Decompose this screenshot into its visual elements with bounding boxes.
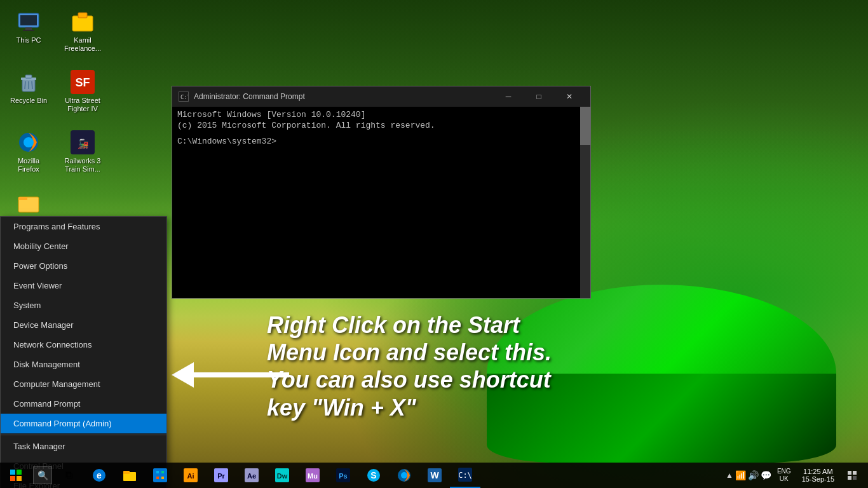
taskbar-firefox[interactable] xyxy=(389,463,419,488)
usf4-icon: SF xyxy=(70,69,95,95)
clock-time: 11:25 AM xyxy=(803,468,832,475)
cmd-scrollbar-thumb[interactable] xyxy=(580,107,590,145)
context-menu: Programs and Features Mobility Center Po… xyxy=(0,216,167,488)
menu-item-programs-features[interactable]: Programs and Features xyxy=(1,217,166,236)
desktop-icon-kamil[interactable]: Kamil Freelance... xyxy=(60,6,105,64)
cmd-close-button[interactable]: ✕ xyxy=(555,90,584,104)
taskbar-photoshop[interactable]: Ps xyxy=(328,463,358,488)
menu-item-command-prompt-admin[interactable]: Command Prompt (Admin) xyxy=(1,414,166,433)
menu-item-command-prompt[interactable]: Command Prompt xyxy=(1,394,166,414)
svg-rect-3 xyxy=(23,30,34,31)
taskbar-right: ▲ 📶 🔊 💬 ENGUK 11:25 AM 15-Sep-15 xyxy=(726,463,868,488)
menu-item-computer-management[interactable]: Computer Management xyxy=(1,374,166,394)
railworks-label: Railworks 3 Train Sim... xyxy=(63,157,102,173)
taskbar: 🔍 ⧉ e xyxy=(0,463,868,488)
svg-point-50 xyxy=(401,472,407,478)
svg-text:C:\: C:\ xyxy=(180,94,188,100)
menu-item-power-options[interactable]: Power Options xyxy=(1,256,166,276)
menu-item-mobility-center[interactable]: Mobility Center xyxy=(1,236,166,256)
cmd-titlebar: C:\ Administrator: Command Prompt ─ □ ✕ xyxy=(172,86,590,107)
taskbar-edge[interactable]: e xyxy=(84,463,114,488)
my-desktop-stuff-icon xyxy=(16,190,41,215)
recycle-bin-label: Recycle Bin xyxy=(10,97,47,105)
start-button[interactable] xyxy=(0,463,32,488)
taskbar-file-explorer[interactable] xyxy=(114,463,145,488)
tray-volume-icon[interactable]: 🔊 xyxy=(748,470,759,480)
tray-expand-button[interactable]: ▲ xyxy=(726,471,733,480)
svg-rect-33 xyxy=(156,477,159,479)
clock-date: 15-Sep-15 xyxy=(802,475,834,483)
svg-rect-2 xyxy=(25,27,32,30)
task-view-icon: ⧉ xyxy=(65,470,72,481)
svg-text:Mu: Mu xyxy=(308,472,318,480)
this-pc-label: This PC xyxy=(16,36,41,44)
cmd-line-1: Microsoft Windows [Version 10.0.10240] xyxy=(177,110,585,119)
cmd-line-4: C:\Windows\system32> xyxy=(177,137,585,146)
arrow-head-icon xyxy=(172,362,194,388)
desktop-icon-recycle-bin[interactable]: Recycle Bin xyxy=(6,67,51,124)
taskbar-search-icon: 🔍 xyxy=(37,470,48,480)
menu-item-system[interactable]: System xyxy=(1,295,166,315)
menu-item-network-connections[interactable]: Network Connections xyxy=(1,335,166,355)
taskbar-search[interactable]: 🔍 xyxy=(33,466,52,484)
svg-rect-22 xyxy=(10,470,15,475)
svg-rect-57 xyxy=(848,476,851,480)
taskbar-after-effects[interactable]: Ae xyxy=(236,463,267,488)
this-pc-icon xyxy=(16,9,41,34)
svg-rect-56 xyxy=(853,471,857,475)
tray-notification-icon[interactable]: 💬 xyxy=(761,470,771,480)
desktop: This PC Kamil Freelance... xyxy=(0,0,868,488)
firefox-label: Mozilla Firefox xyxy=(9,157,48,173)
svg-point-15 xyxy=(24,137,34,147)
cmd-minimize-button[interactable]: ─ xyxy=(494,90,523,104)
taskbar-cmd[interactable]: C:\ xyxy=(450,463,480,488)
svg-text:W: W xyxy=(430,470,439,480)
menu-item-disk-management[interactable]: Disk Management xyxy=(1,355,166,374)
menu-item-device-manager[interactable]: Device Manager xyxy=(1,315,166,335)
menu-separator-1 xyxy=(1,435,166,435)
taskbar-task-view[interactable]: ⧉ xyxy=(53,463,84,488)
arrow-indicator xyxy=(172,362,289,388)
taskbar-dreamweaver[interactable]: Dw xyxy=(267,463,297,488)
svg-rect-30 xyxy=(153,468,167,482)
svg-rect-19 xyxy=(18,197,27,200)
svg-text:Pr: Pr xyxy=(217,472,225,480)
desktop-icon-firefox[interactable]: Mozilla Firefox xyxy=(6,127,51,184)
svg-rect-1 xyxy=(20,15,37,25)
desktop-icon-railworks[interactable]: 🚂 Railworks 3 Train Sim... xyxy=(60,127,105,184)
svg-text:Ai: Ai xyxy=(187,472,194,480)
taskbar-muse[interactable]: Mu xyxy=(297,463,328,488)
recycle-bin-icon xyxy=(16,69,41,95)
svg-rect-32 xyxy=(161,471,164,473)
cmd-scrollbar[interactable] xyxy=(580,107,590,298)
taskbar-store[interactable] xyxy=(145,463,175,488)
svg-rect-25 xyxy=(17,476,22,481)
svg-rect-31 xyxy=(156,471,159,473)
action-center-button[interactable] xyxy=(843,463,862,488)
tray-network-icon[interactable]: 📶 xyxy=(735,470,746,480)
taskbar-illustrator[interactable]: Ai xyxy=(175,463,206,488)
svg-text:e: e xyxy=(97,470,102,480)
menu-item-event-viewer[interactable]: Event Viewer xyxy=(1,276,166,295)
desktop-icon-usf4[interactable]: SF Ultra Street Fighter IV xyxy=(60,67,105,124)
system-tray-icons: ▲ 📶 🔊 💬 xyxy=(726,470,771,480)
system-clock[interactable]: 11:25 AM 15-Sep-15 xyxy=(797,468,839,483)
svg-text:Ps: Ps xyxy=(339,472,347,480)
cmd-window: C:\ Administrator: Command Prompt ─ □ ✕ … xyxy=(172,86,591,299)
arrow-shaft xyxy=(194,372,289,377)
taskbar-word[interactable]: W xyxy=(419,463,450,488)
svg-rect-55 xyxy=(848,471,851,475)
svg-text:S: S xyxy=(370,470,376,480)
svg-text:🚂: 🚂 xyxy=(78,139,89,149)
desktop-icon-this-pc[interactable]: This PC xyxy=(6,6,51,64)
taskbar-skype[interactable]: S xyxy=(358,463,389,488)
svg-text:SF: SF xyxy=(75,76,90,89)
cmd-maximize-button[interactable]: □ xyxy=(524,90,553,104)
taskbar-premiere[interactable]: Pr xyxy=(206,463,236,488)
svg-rect-34 xyxy=(161,477,164,479)
language-indicator[interactable]: ENGUK xyxy=(775,468,794,483)
svg-rect-4 xyxy=(72,16,93,31)
annotation-text: Right Click on the Start Menu Icon and s… xyxy=(267,311,552,421)
cmd-content[interactable]: Microsoft Windows [Version 10.0.10240] (… xyxy=(172,107,590,298)
menu-item-task-manager[interactable]: Task Manager xyxy=(1,437,166,456)
